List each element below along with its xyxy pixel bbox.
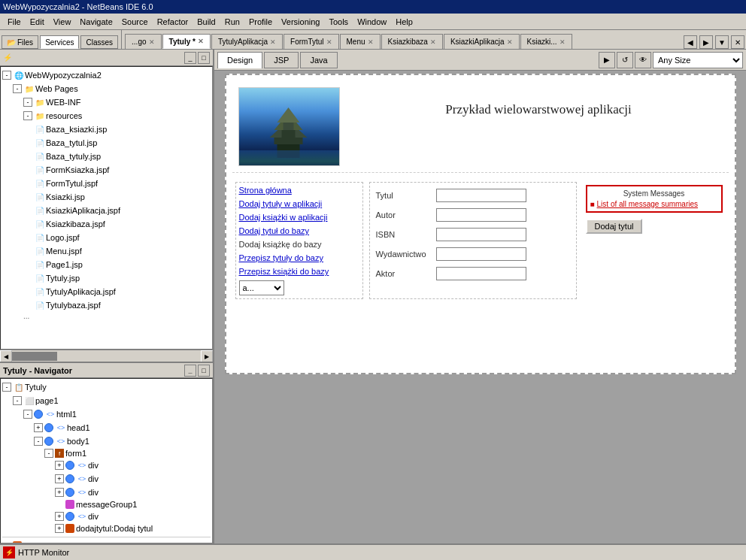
- nav-item-form1[interactable]: - f form1: [2, 448, 211, 459]
- close-icon[interactable]: ✕: [149, 38, 155, 46]
- nav-item-dodajtytul[interactable]: + dodajtytul:Dodaj tytul: [2, 523, 211, 534]
- tree-item-baza-tytul[interactable]: 📄 Baza_tytul.jsp: [2, 136, 211, 150]
- scroll-track[interactable]: [12, 350, 201, 362]
- nav-item-html1[interactable]: - <> html1: [2, 407, 211, 421]
- tree-item-menu[interactable]: 📄 Menu.jspf: [2, 244, 211, 258]
- nav-item-div1[interactable]: + <> div: [2, 459, 211, 472]
- nav-dropdown[interactable]: a...: [239, 280, 284, 295]
- navigator-title: Tytuly - Navigator: [3, 366, 72, 375]
- nav-item-div4[interactable]: + <> div: [2, 510, 211, 523]
- form-input-aktor[interactable]: [436, 267, 526, 280]
- tree-item-formksiazka[interactable]: 📄 FormKsiazka.jspf: [2, 163, 211, 177]
- scroll-right-button[interactable]: ▶: [201, 350, 213, 362]
- tab-services[interactable]: Services: [40, 35, 79, 49]
- h-scrollbar[interactable]: ◀ ▶: [0, 350, 213, 362]
- run-button[interactable]: ▶: [599, 52, 615, 68]
- tree-item-baza-ksiazki[interactable]: 📄 Baza_ksiazki.jsp: [2, 123, 211, 136]
- tree-item-resources[interactable]: - 📁 resources: [2, 109, 211, 123]
- size-select[interactable]: Any Size: [653, 52, 743, 68]
- add-button[interactable]: Dodaj tytul: [586, 219, 643, 234]
- tree-item-tytuly[interactable]: 📄 Tytuly.jsp: [2, 271, 211, 285]
- tree-item-formtytul[interactable]: 📄 FormTytul.jspf: [2, 177, 211, 190]
- page-tab-menu[interactable]: Menu ✕: [340, 34, 381, 49]
- form-input-tytul[interactable]: [436, 189, 526, 202]
- nav-close-all-button[interactable]: ✕: [731, 35, 744, 49]
- page-tab-go[interactable]: ...go ✕: [125, 34, 161, 49]
- tab-files[interactable]: 📂 Files: [2, 35, 38, 49]
- menu-view[interactable]: View: [49, 16, 76, 28]
- tree-item-root[interactable]: - 🌐 WebWypozyczalnia2: [2, 68, 211, 82]
- nav-item-tytuly[interactable]: - 📋 Tytuly: [2, 380, 211, 394]
- nav-link-1[interactable]: Strona główna: [239, 186, 359, 195]
- close-icon[interactable]: ✕: [198, 38, 204, 45]
- close-icon[interactable]: ✕: [270, 38, 276, 46]
- page-tab-ksiazkibaza[interactable]: Ksiazkibaza ✕: [381, 34, 443, 49]
- close-icon[interactable]: ✕: [560, 38, 566, 46]
- nav-item-messagegroup1[interactable]: messageGroup1: [2, 499, 211, 510]
- nav-prev-button[interactable]: ◀: [684, 35, 697, 49]
- menu-help[interactable]: Help: [391, 16, 417, 28]
- nav-link-3[interactable]: Dodaj książki w aplikacji: [239, 213, 359, 222]
- form-input-autor[interactable]: [436, 208, 526, 222]
- nav-item-div2[interactable]: + <> div: [2, 472, 211, 486]
- tree-item-tytulyaplikacja[interactable]: 📄 TytulyAplikacja.jspf: [2, 285, 211, 298]
- page-tab-ksiazki[interactable]: Ksiazki... ✕: [520, 34, 572, 49]
- nav-item-page1[interactable]: - ⬜ page1: [2, 394, 211, 407]
- preview-button[interactable]: 👁: [635, 52, 651, 68]
- minimize-button[interactable]: _: [184, 52, 196, 64]
- menu-run[interactable]: Run: [220, 16, 244, 28]
- tree-item-baza-tytuly[interactable]: 📄 Baza_tytuly.jsp: [2, 150, 211, 163]
- tree-item-ksiazki[interactable]: 📄 Ksiazki.jsp: [2, 190, 211, 204]
- navigator-maximize-button[interactable]: □: [198, 365, 210, 377]
- file-tree[interactable]: - 🌐 WebWypozyczalnia2 - 📁 Web Pages - 📁 …: [0, 66, 213, 350]
- menu-refactor[interactable]: Refactor: [153, 16, 193, 28]
- jspf-icon: 📄: [34, 204, 46, 216]
- menu-window[interactable]: Window: [353, 16, 391, 28]
- form-input-isbn[interactable]: [436, 228, 526, 241]
- close-icon[interactable]: ✕: [326, 38, 332, 46]
- menu-profile[interactable]: Profile: [244, 16, 277, 28]
- messages-link[interactable]: List of all message summaries: [597, 200, 699, 208]
- nav-link-6[interactable]: Przepisz tytuły do bazy: [239, 253, 359, 262]
- nav-item-requestbean1[interactable]: RequestBean1: [2, 540, 211, 543]
- close-icon[interactable]: ✕: [368, 38, 374, 46]
- tab-java[interactable]: Java: [300, 52, 337, 68]
- navigator-minimize-button[interactable]: _: [184, 365, 196, 377]
- tree-item-ksiazkiaplikacja[interactable]: 📄 KsiazkiAplikacja.jspf: [2, 204, 211, 217]
- page-tab-tytulyaplikacja[interactable]: TytulyAplikacja ✕: [211, 34, 283, 49]
- maximize-button[interactable]: □: [198, 52, 210, 64]
- tree-item-tytulybaza[interactable]: 📄 Tytulybaza.jspf: [2, 298, 211, 312]
- page-tab-tytuly[interactable]: Tytuly * ✕: [162, 34, 211, 49]
- navigator-tree[interactable]: - 📋 Tytuly - ⬜ page1 - <> html1 +: [0, 378, 213, 543]
- nav-next-button[interactable]: ▶: [699, 35, 713, 49]
- close-icon[interactable]: ✕: [430, 38, 436, 46]
- tree-item-logo[interactable]: 📄 Logo.jspf: [2, 231, 211, 244]
- menu-edit[interactable]: Edit: [26, 16, 49, 28]
- nav-item-body1[interactable]: - <> body1: [2, 434, 211, 448]
- close-icon[interactable]: ✕: [507, 38, 513, 46]
- menu-navigate[interactable]: Navigate: [75, 16, 117, 28]
- scroll-left-button[interactable]: ◀: [0, 350, 12, 362]
- nav-down-button[interactable]: ▼: [715, 35, 729, 49]
- tree-item-webinf[interactable]: - 📁 WEB-INF: [2, 95, 211, 109]
- menu-source[interactable]: Source: [117, 16, 153, 28]
- tab-jsp[interactable]: JSP: [264, 52, 299, 68]
- menu-versioning[interactable]: Versioning: [277, 16, 324, 28]
- menu-tools[interactable]: Tools: [324, 16, 353, 28]
- menu-file[interactable]: File: [3, 16, 26, 28]
- nav-link-7[interactable]: Przepisz książki do bazy: [239, 267, 359, 276]
- nav-link-2[interactable]: Dodaj tytuły w aplikacji: [239, 199, 359, 208]
- tab-classes[interactable]: Classes: [80, 35, 118, 49]
- refresh-button[interactable]: ↺: [617, 52, 633, 68]
- nav-item-head1[interactable]: + <> head1: [2, 421, 211, 434]
- tree-item-page1[interactable]: 📄 Page1.jsp: [2, 258, 211, 271]
- menu-build[interactable]: Build: [193, 16, 220, 28]
- form-input-wydawnictwo[interactable]: [436, 247, 526, 261]
- nav-link-4[interactable]: Dodaj tytuł do bazy: [239, 226, 359, 235]
- tree-item-ksiazkibaza[interactable]: 📄 Ksiazkibaza.jspf: [2, 217, 211, 231]
- page-tab-formtytul[interactable]: FormTytul ✕: [284, 34, 338, 49]
- nav-item-div3[interactable]: + <> div: [2, 486, 211, 499]
- page-tab-ksiazkiaplikacja[interactable]: KsiazkiAplikacja ✕: [444, 34, 520, 49]
- tab-design[interactable]: Design: [217, 52, 262, 68]
- tree-item-webpages[interactable]: - 📁 Web Pages: [2, 82, 211, 95]
